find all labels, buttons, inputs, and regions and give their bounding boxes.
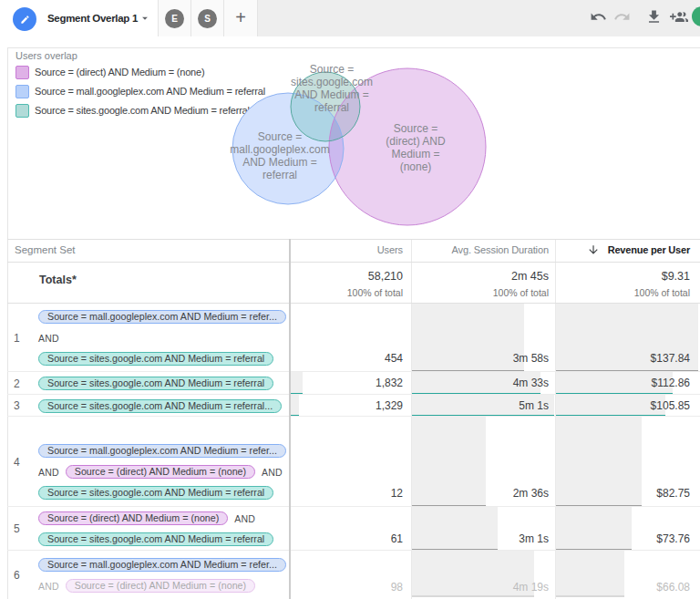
header-users[interactable]: Users: [377, 239, 403, 262]
duration-value: 4m 19s: [513, 581, 549, 594]
toolbar: Segment Overlap 1 ES +: [0, 0, 700, 36]
venn-label-direct: Source =(direct) ANDMedium =(none): [343, 122, 489, 173]
legend-swatch-blue: [15, 85, 29, 98]
totals-users-pct: 100% of total: [347, 287, 403, 298]
segment-chip-pink[interactable]: Source = (direct) AND Medium = (none): [66, 579, 255, 593]
tab-avatar: E: [165, 9, 184, 28]
legend-label: Source = sites.google.com AND Medium = r…: [35, 104, 250, 118]
tab-e[interactable]: E: [158, 0, 190, 36]
revenue-bar: [556, 417, 642, 507]
redo-icon: [613, 8, 632, 26]
column-resize-handle[interactable]: [289, 239, 291, 599]
revenue-value: $66.08: [656, 581, 690, 594]
and-operator: AND: [262, 467, 283, 478]
header-segment-set[interactable]: Segment Set: [15, 239, 75, 262]
users-value: 12: [391, 487, 403, 500]
and-operator: AND: [38, 333, 59, 344]
row-number: 6: [14, 551, 20, 599]
and-operator: AND: [234, 513, 255, 524]
table-row-3: 3Source = sites.google.com AND Medium = …: [0, 395, 700, 417]
segment-chip-blue[interactable]: Source = mall.googleplex.com AND Medium …: [38, 310, 286, 324]
table-row-5: 5Source = (direct) AND Medium = (none)AN…: [0, 507, 700, 551]
and-operator: AND: [38, 581, 59, 592]
row-number: 3: [14, 395, 20, 417]
row-number: 2: [14, 372, 20, 395]
revenue-bar: [556, 507, 632, 551]
tab-avatar: S: [198, 9, 217, 28]
duration-value: 3m 58s: [513, 352, 549, 365]
revenue-value: $137.84: [651, 352, 690, 365]
share-users-icon[interactable]: [670, 8, 688, 26]
revenue-bar: [556, 395, 665, 417]
table-row-6: 6Source = mall.googleplex.com AND Medium…: [0, 551, 700, 599]
revenue-bar: [556, 551, 624, 597]
users-value: 1,329: [376, 395, 403, 417]
users-bar: [291, 395, 299, 417]
legend-label: Source = (direct) AND Medium = (none): [35, 66, 204, 79]
totals-label: Totals*: [39, 274, 77, 286]
segment-chip-teal[interactable]: Source = sites.google.com AND Medium = r…: [38, 352, 273, 366]
revenue-value: $105.85: [651, 395, 690, 417]
header-revenue-per-user[interactable]: Revenue per User: [608, 239, 690, 262]
new-tab-button[interactable]: +: [223, 0, 258, 36]
duration-bar: [412, 507, 498, 551]
users-value: 98: [391, 581, 403, 594]
and-operator: AND: [38, 467, 59, 478]
header-avg-session-duration[interactable]: Avg. Session Duration: [451, 239, 549, 262]
row-number: 5: [14, 507, 20, 551]
segment-chip-pink[interactable]: Source = (direct) AND Medium = (none): [66, 465, 255, 479]
users-value: 61: [391, 532, 403, 545]
users-value: 454: [385, 352, 403, 365]
totals-users: 58,210: [368, 270, 403, 283]
edit-icon[interactable]: [13, 7, 36, 31]
users-bar: [291, 372, 303, 395]
segment-chip-teal[interactable]: Source = sites.google.com AND Medium = r…: [38, 486, 273, 500]
duration-value: 5m 1s: [519, 395, 549, 417]
totals-duration-pct: 100% of total: [493, 287, 549, 298]
download-icon[interactable]: [645, 8, 664, 26]
table-row-4: 4Source = mall.googleplex.com AND Medium…: [0, 417, 700, 507]
revenue-value: $73.76: [656, 532, 690, 545]
users-value: 1,832: [376, 372, 403, 395]
revenue-value: $82.75: [656, 487, 690, 500]
venn-label-sites: Source =sites.google.comAND Medium =refe…: [259, 63, 405, 114]
duration-value: 2m 36s: [513, 487, 549, 500]
undo-icon[interactable]: [590, 8, 608, 26]
totals-duration: 2m 45s: [511, 270, 549, 283]
table-row-2: 2Source = sites.google.com AND Medium = …: [0, 372, 700, 395]
venn-label-mall: Source =mall.googleplex.comAND Medium =r…: [207, 130, 353, 181]
duration-bar: [412, 417, 486, 507]
totals-revenue-pct: 100% of total: [634, 287, 690, 298]
duration-value: 4m 33s: [513, 372, 549, 395]
analysis-title: Segment Overlap 1: [47, 0, 138, 36]
duration-value: 3m 1s: [519, 532, 549, 545]
legend-swatch-teal: [15, 104, 29, 118]
row-number: 4: [14, 417, 20, 507]
segment-chip-pink[interactable]: Source = (direct) AND Medium = (none): [38, 511, 228, 525]
legend-swatch-pink: [15, 66, 29, 79]
row-number: 1: [14, 304, 20, 372]
totals-row: Totals* 58,210 100% of total 2m 45s 100%…: [0, 263, 700, 304]
tab-segment-overlap[interactable]: Segment Overlap 1: [0, 0, 158, 36]
segment-chip-blue[interactable]: Source = mall.googleplex.com AND Medium …: [38, 558, 286, 572]
totals-revenue: $9.31: [662, 270, 690, 283]
table-row-1: 1Source = mall.googleplex.com AND Medium…: [0, 304, 700, 372]
status-icon[interactable]: [692, 6, 700, 26]
panel-divider: [7, 47, 700, 48]
visualization-title: Users overlap: [15, 50, 77, 61]
segment-chip-teal[interactable]: Source = sites.google.com AND Medium = r…: [38, 532, 273, 546]
chevron-down-icon[interactable]: [139, 12, 151, 28]
segment-chip-teal[interactable]: Source = sites.google.com AND Medium = r…: [38, 377, 273, 390]
table-header: Segment Set Users Avg. Session Duration …: [0, 239, 700, 263]
duration-bar: [412, 304, 524, 372]
segment-chip-teal[interactable]: Source = sites.google.com AND Medium = r…: [38, 399, 282, 413]
tab-s[interactable]: S: [190, 0, 223, 36]
sort-descending-icon[interactable]: [587, 243, 600, 260]
segment-chip-blue[interactable]: Source = mall.googleplex.com AND Medium …: [38, 444, 286, 458]
revenue-value: $112.86: [652, 372, 691, 395]
